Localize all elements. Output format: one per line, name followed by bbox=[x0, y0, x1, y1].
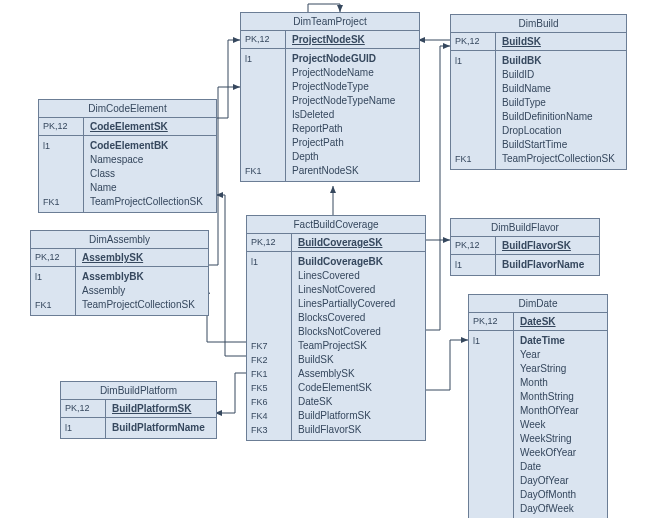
table-dim-date: DimDatePK,12DateSKl1 DateTimeYearYearStr… bbox=[468, 294, 608, 518]
table-dim-build-flavor: DimBuildFlavorPK,12BuildFlavorSKl1BuildF… bbox=[450, 218, 600, 276]
table-dim-build: DimBuildPK,12BuildSKl1 FK1BuildBKBuildID… bbox=[450, 14, 627, 170]
table-dim-build-platform: DimBuildPlatformPK,12BuildPlatformSKl1Bu… bbox=[60, 381, 217, 439]
table-dim-assembly: DimAssemblyPK,12AssemblySKl1 FK1Assembly… bbox=[30, 230, 209, 316]
table-dim-code-element: DimCodeElementPK,12CodeElementSKl1 FK1Co… bbox=[38, 99, 217, 213]
table-fact-build-coverage: FactBuildCoveragePK,12BuildCoverageSKl1 … bbox=[246, 215, 426, 441]
table-title: DimTeamProject bbox=[241, 13, 419, 31]
table-title: DimDate bbox=[469, 295, 607, 313]
table-title: DimCodeElement bbox=[39, 100, 216, 118]
table-title: DimAssembly bbox=[31, 231, 208, 249]
table-title: DimBuildFlavor bbox=[451, 219, 599, 237]
table-title: DimBuild bbox=[451, 15, 626, 33]
table-dim-team-project: DimTeamProjectPK,12ProjectNodeSKl1 FK1Pr… bbox=[240, 12, 420, 182]
table-title: DimBuildPlatform bbox=[61, 382, 216, 400]
table-title: FactBuildCoverage bbox=[247, 216, 425, 234]
